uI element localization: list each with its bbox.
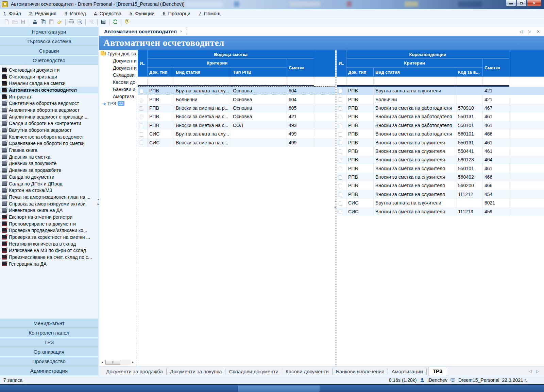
- scroll-right-icon[interactable]: ►: [131, 361, 135, 364]
- save-button[interactable]: [19, 19, 27, 26]
- sidebar-item-17[interactable]: RСалда по документи: [0, 174, 98, 180]
- sidebar-item-22[interactable]: RИнвентарна книга на ДА: [0, 207, 98, 214]
- sidebar-section-bottom-6[interactable]: Администрация: [0, 366, 98, 375]
- sidebar-item-18[interactable]: RСалда по ДПок и ДПрод: [0, 180, 98, 187]
- table-row[interactable]: РПВВноски за сметка на работодателя57091…: [337, 104, 544, 112]
- maximize-button[interactable]: [516, 0, 527, 6]
- sidebar-section-bottom-2[interactable]: Контролен панел: [0, 328, 98, 337]
- filter-cell[interactable]: [483, 77, 509, 85]
- filter-cell[interactable]: [456, 77, 483, 85]
- sidebar-item-14[interactable]: RДневник на сметка: [0, 154, 98, 160]
- grid-view-button[interactable]: [99, 19, 107, 26]
- sidebar-section-3[interactable]: Справки: [0, 46, 98, 55]
- sidebar-section-bottom-3[interactable]: ТРЗ: [0, 338, 98, 347]
- sidebar-item-25[interactable]: FПроверка продадени/изписани ко...: [0, 227, 98, 234]
- column-header-1[interactable]: Док. тип: [148, 68, 174, 77]
- tab-avtomatichen-oschetovoditel[interactable]: Автоматичен осчетоводител ×: [99, 27, 185, 36]
- table-row[interactable]: СИСБрутна заплата на служители6021: [337, 199, 544, 207]
- table-row[interactable]: РПВВноски за сметка на служителя11121245…: [337, 190, 544, 198]
- sidebar-section-bottom-4[interactable]: Организация: [0, 347, 98, 356]
- sidebar-item-1[interactable]: LСчетоводни документи: [0, 67, 98, 73]
- bottom-tab-5[interactable]: Банкови извлечения: [333, 369, 388, 376]
- sidebar-item-16[interactable]: RДневник за продажбите: [0, 167, 98, 174]
- filter-cell[interactable]: [287, 77, 314, 85]
- column-header-3[interactable]: Тип РПВ: [231, 68, 287, 77]
- sidebar-item-6[interactable]: RСинтетична оборотна ведомост: [0, 100, 98, 107]
- close-button[interactable]: ✕: [527, 0, 541, 6]
- cut-button[interactable]: [31, 19, 39, 26]
- column-header-2[interactable]: Вид статия: [374, 68, 456, 77]
- sidebar-item-10[interactable]: RВалутна оборотна ведомост: [0, 127, 98, 133]
- table-row[interactable]: СИСВноски за сметка на с...499: [138, 138, 335, 147]
- sidebar-item-26[interactable]: FПроверка за коректност на сметки ...: [0, 234, 98, 240]
- filter-cell[interactable]: [231, 77, 287, 85]
- sidebar-item-29[interactable]: FПреизчисляване на счет. склад по с...: [0, 254, 98, 261]
- sidebar-section-bottom-5[interactable]: Производство: [0, 357, 98, 366]
- scrollbar-thumb[interactable]: [105, 360, 120, 365]
- tree-node-2[interactable]: Документи: [99, 64, 137, 71]
- table-row[interactable]: СИСВноски за сметка на служителя11121345…: [337, 207, 544, 216]
- table-row[interactable]: РПВВноски за сметка на с...СОЛ493: [138, 121, 335, 129]
- tree-node-5[interactable]: Банкови и: [99, 86, 137, 93]
- table-row[interactable]: СИСБрутна заплата на слу...499: [138, 129, 335, 138]
- help-button[interactable]: ?: [123, 19, 131, 26]
- filter-cell[interactable]: [174, 77, 231, 85]
- filter-cell[interactable]: [138, 77, 148, 85]
- sidebar-item-20[interactable]: RПечат на амортизационен план на ...: [0, 194, 98, 200]
- open-button[interactable]: [11, 19, 19, 26]
- tree-node-trz-selected[interactable]: ➜ТРЗ22: [99, 100, 137, 107]
- filter-button[interactable]: [87, 19, 96, 26]
- sidebar-item-4[interactable]: LАвтоматичен осчетоводител: [0, 87, 98, 93]
- erase-button[interactable]: [55, 19, 64, 26]
- filter-row[interactable]: [337, 77, 544, 85]
- sidebar-item-24[interactable]: FПреномериране на документи: [0, 220, 98, 227]
- bottom-tab-4[interactable]: Касови документи: [282, 369, 332, 376]
- table-row[interactable]: РПВВноски за сметка на р...Основна605: [138, 104, 335, 112]
- table-row[interactable]: РПВБолничниОсновна604: [138, 95, 335, 104]
- menu-item-5[interactable]: 5. Функции: [130, 11, 154, 16]
- menu-item-3[interactable]: 3. Изглед: [65, 11, 86, 16]
- tree-node-3[interactable]: Складови: [99, 71, 137, 78]
- sidebar-item-15[interactable]: RДневник за покупките: [0, 160, 98, 167]
- sidebar-section-1[interactable]: Номенклатури: [0, 27, 98, 36]
- sidebar-item-5[interactable]: LИнтрастат: [0, 93, 98, 100]
- table-row[interactable]: РПВБолнични421: [337, 95, 544, 104]
- tree-node-6[interactable]: Амортиза: [99, 93, 137, 100]
- table-row[interactable]: РПВВноски за сметка на служителя56040246…: [337, 173, 544, 181]
- print-button[interactable]: [67, 19, 75, 26]
- table-row[interactable]: РПВВноски за сметка на служителя56020046…: [337, 181, 544, 190]
- sidebar-item-27[interactable]: FНегативни количества в склад: [0, 240, 98, 247]
- table-row[interactable]: РПВВноски за сметка на работодателя55013…: [337, 112, 544, 121]
- sidebar-item-3[interactable]: LНачални салда на сметки: [0, 80, 98, 87]
- sidebar-item-30[interactable]: FГенерация на ДА: [0, 261, 98, 267]
- sidebar-item-21[interactable]: RСправка за амортизируеми активи: [0, 200, 98, 207]
- tree-node-4[interactable]: Касови до: [99, 78, 137, 86]
- sidebar-item-12[interactable]: RСравняване на обороти по сметки: [0, 140, 98, 147]
- bottom-tab-3[interactable]: Складови документи: [225, 369, 282, 376]
- new-document-button[interactable]: [3, 19, 11, 26]
- sidebar-section-2[interactable]: Търговска система: [0, 37, 98, 46]
- sidebar-item-28[interactable]: FИзписване на МЗ по ф-ри от склад: [0, 247, 98, 254]
- scroll-left-icon[interactable]: ◄: [100, 361, 105, 364]
- menu-item-4[interactable]: 4. Средства: [94, 11, 121, 16]
- copy-button[interactable]: [39, 19, 47, 26]
- sidebar-item-19[interactable]: RКартон на стока/МЗ: [0, 187, 98, 194]
- sidebar-section-bottom-1[interactable]: Мениджмънт: [0, 319, 98, 328]
- table-row[interactable]: РПВБрутна заплата на служители421: [337, 87, 544, 95]
- refresh-button[interactable]: [111, 19, 119, 26]
- table-row[interactable]: РПВВноски за сметка на служителя55013146…: [337, 138, 544, 147]
- sidebar-section-4[interactable]: Счетоводство: [0, 56, 98, 65]
- bottom-tab-1[interactable]: Документи за продажба: [103, 369, 166, 376]
- column-header-2[interactable]: Вид статия: [174, 68, 231, 77]
- sidebar-item-23[interactable]: FЕкспорт на отчетни регистри: [0, 214, 98, 220]
- filter-cell[interactable]: [374, 77, 456, 85]
- tree-node-1[interactable]: Документи: [99, 57, 137, 64]
- menu-item-6[interactable]: 6. Прозорци: [163, 11, 190, 16]
- paste-button[interactable]: [47, 19, 55, 26]
- sidebar-item-2[interactable]: LСчетоводни признаци: [0, 73, 98, 80]
- menu-item-1[interactable]: 1. Файл: [3, 11, 21, 16]
- table-row[interactable]: РПВВноски за сметка на работодателя56010…: [337, 129, 544, 138]
- sidebar-item-9[interactable]: RСалда и обороти на контрагенти: [0, 120, 98, 127]
- print-preview-button[interactable]: [75, 19, 84, 26]
- tab-scroll-left-icon[interactable]: ◁: [519, 29, 522, 34]
